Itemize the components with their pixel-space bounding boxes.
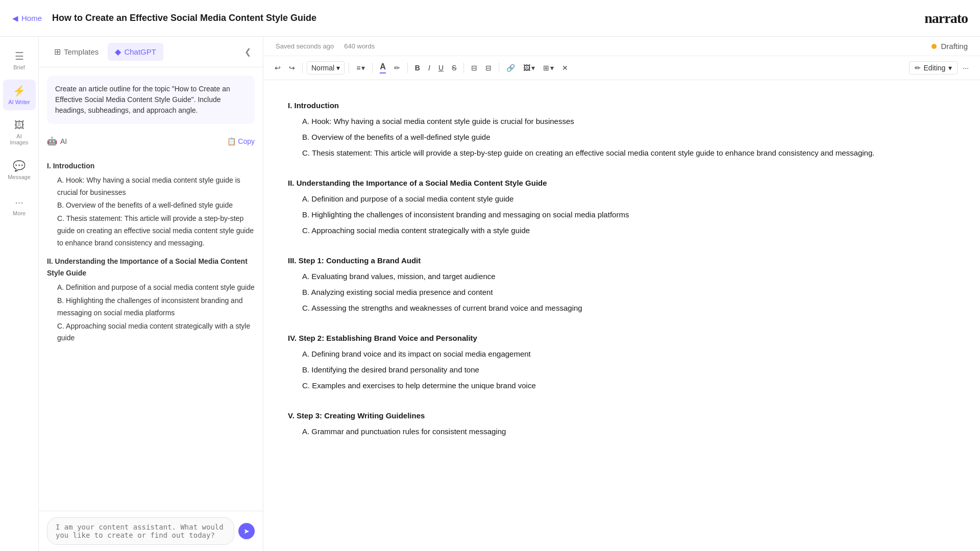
redo-button[interactable]: ↪ <box>286 62 298 74</box>
italic-icon: I <box>428 64 430 72</box>
top-nav: ◀ Home How to Create an Effective Social… <box>0 0 980 37</box>
copy-button[interactable]: 📋 Copy <box>227 137 255 145</box>
logo: narrato <box>924 10 968 27</box>
content-2c: C. Approaching social media content stra… <box>288 223 955 237</box>
outline-item-1b: B. Overview of the benefits of a well-de… <box>47 199 255 212</box>
undo-button[interactable]: ↩ <box>272 62 284 74</box>
bullet-list-button[interactable]: ⊟ <box>468 62 480 74</box>
chatgpt-icon: ◆ <box>115 47 121 57</box>
tab-templates[interactable]: ⊞ Templates <box>47 43 106 61</box>
style-dropdown-icon: ▾ <box>336 64 340 72</box>
clear-format-button[interactable]: ✕ <box>559 62 571 74</box>
italic-button[interactable]: I <box>425 62 433 74</box>
panel-tabs: ⊞ Templates ◆ ChatGPT ❮ <box>39 37 263 67</box>
drafting-badge: Drafting <box>932 42 968 51</box>
section-heading-3: III. Step 1: Conducting a Brand Audit <box>288 254 955 267</box>
image-icon: 🖼 <box>523 64 530 72</box>
outline-item-2a: A. Definition and purpose of a social me… <box>47 282 255 294</box>
underline-button[interactable]: U <box>435 62 447 74</box>
main-layout: ☰ Brief ⚡ AI Writer 🖼 AI Images 💬 Messag… <box>0 37 980 551</box>
highlight-icon: ✏ <box>394 64 400 72</box>
edit-mode-label: Editing <box>924 64 946 72</box>
ai-label-area: 🤖 AI <box>47 136 67 146</box>
saved-status: Saved seconds ago <box>276 42 334 50</box>
ai-robot-icon: 🤖 <box>47 136 57 146</box>
content-4b: B. Identifying the desired brand persona… <box>288 363 955 377</box>
table-dropdown-icon: ▾ <box>550 64 554 72</box>
section-heading-5: V. Step 3: Creating Writing Guidelines <box>288 409 955 422</box>
strikethrough-button[interactable]: S <box>449 62 459 74</box>
ai-images-label: AI Images <box>7 133 32 145</box>
content-2b: B. Highlighting the challenges of incons… <box>288 208 955 221</box>
link-button[interactable]: 🔗 <box>503 62 518 74</box>
outline-item-1c: C. Thesis statement: This article will p… <box>47 213 255 249</box>
icon-sidebar: ☰ Brief ⚡ AI Writer 🖼 AI Images 💬 Messag… <box>0 37 39 551</box>
templates-label: Templates <box>64 47 99 56</box>
image-button[interactable]: 🖼 ▾ <box>520 62 538 74</box>
sidebar-item-more[interactable]: ··· More <box>3 189 36 221</box>
collapse-panel-button[interactable]: ❮ <box>240 45 255 59</box>
numbered-list-button[interactable]: ⊟ <box>482 62 495 74</box>
content-4a: A. Defining brand voice and its impact o… <box>288 347 955 361</box>
bold-button[interactable]: B <box>412 62 423 74</box>
chat-input-area: ➤ <box>39 511 263 551</box>
bold-icon: B <box>415 64 420 72</box>
brief-icon: ☰ <box>15 50 24 62</box>
section-heading-4: IV. Step 2: Establishing Brand Voice and… <box>288 331 955 345</box>
align-button[interactable]: ≡ ▾ <box>353 62 368 74</box>
sidebar-item-brief[interactable]: ☰ Brief <box>3 45 36 76</box>
content-5a: A. Grammar and punctuation rules for con… <box>288 424 955 438</box>
sidebar-item-ai-images[interactable]: 🖼 AI Images <box>3 114 36 151</box>
brief-label: Brief <box>13 64 25 70</box>
more-options-button[interactable]: ··· <box>960 62 972 74</box>
chatgpt-label: ChatGPT <box>124 47 156 56</box>
outline-item-2b: B. Highlighting the challenges of incons… <box>47 295 255 319</box>
content-1c: C. Thesis statement: This article will p… <box>288 146 955 160</box>
text-color-button[interactable]: A <box>377 60 389 76</box>
editing-mode-select[interactable]: ✏ Editing ▾ <box>909 61 958 74</box>
content-3c: C. Assessing the strengths and weaknesse… <box>288 301 955 315</box>
text-style-select[interactable]: Normal ▾ <box>307 61 345 74</box>
more-options-icon: ··· <box>963 64 969 72</box>
ai-panel: 🤖 AI 📋 Copy <box>47 132 255 150</box>
editor-content[interactable]: I. Introduction A. Hook: Why having a so… <box>263 80 980 551</box>
toolbar-divider-2 <box>349 63 349 73</box>
copy-label: Copy <box>238 137 255 145</box>
outline-content: I. Introduction A. Hook: Why having a so… <box>39 150 263 511</box>
toolbar-divider-6 <box>499 63 499 73</box>
drafting-label: Drafting <box>941 42 968 51</box>
clear-icon: ✕ <box>562 64 568 72</box>
section-heading-2: II. Understanding the Importance of a So… <box>288 176 955 190</box>
ai-text: AI <box>60 137 67 145</box>
ai-writer-icon: ⚡ <box>13 85 26 97</box>
redo-icon: ↪ <box>289 64 295 72</box>
more-label: More <box>13 210 26 216</box>
send-button[interactable]: ➤ <box>238 523 255 539</box>
chevron-left-icon: ◀ <box>12 14 18 23</box>
toolbar-divider-3 <box>372 63 373 73</box>
outline-item-2c: C. Approaching social media content stra… <box>47 320 255 345</box>
bullet-list-icon: ⊟ <box>471 64 477 72</box>
sidebar-item-ai-writer[interactable]: ⚡ AI Writer <box>3 80 36 110</box>
normal-style-label: Normal <box>311 64 334 72</box>
chat-input[interactable] <box>47 517 234 545</box>
editor-area: Saved seconds ago 640 words Drafting ↩ ↪… <box>263 37 980 551</box>
highlight-button[interactable]: ✏ <box>391 62 403 74</box>
sidebar-item-message[interactable]: 💬 Message <box>3 155 36 185</box>
content-3b: B. Analyzing existing social media prese… <box>288 285 955 299</box>
toolbar-divider-5 <box>463 63 464 73</box>
undo-icon: ↩ <box>275 64 281 72</box>
align-dropdown-icon: ▾ <box>361 64 365 72</box>
copy-icon: 📋 <box>227 137 236 145</box>
drafting-dot <box>932 44 937 49</box>
tab-chatgpt[interactable]: ◆ ChatGPT <box>108 43 163 61</box>
strikethrough-icon: S <box>452 64 456 72</box>
table-icon: ⊞ <box>543 64 549 72</box>
outline-item-1a: A. Hook: Why having a social media conte… <box>47 174 255 199</box>
underline-icon: U <box>438 64 444 72</box>
send-icon: ➤ <box>243 527 250 535</box>
home-link[interactable]: ◀ Home <box>12 14 42 23</box>
word-count: 640 words <box>344 42 375 50</box>
table-button[interactable]: ⊞ ▾ <box>540 62 557 74</box>
message-icon: 💬 <box>13 160 26 172</box>
